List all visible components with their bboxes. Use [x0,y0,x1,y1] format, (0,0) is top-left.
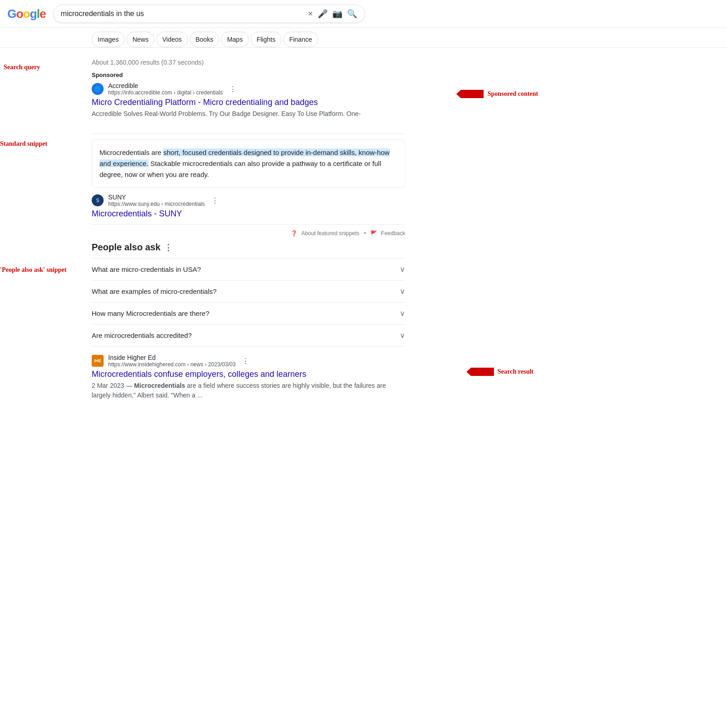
accredible-site-info: Accredible https://info.accredible.com ›… [108,82,223,96]
tab-videos[interactable]: Videos [156,32,188,47]
search-result-annotation: Search result [498,368,534,375]
sponsored-content-annotation: Sponsored content [487,90,538,98]
search-icons: × 🎤 📷 🔍 [308,9,357,19]
tab-news[interactable]: News [127,32,154,47]
ihe-header: IHE Inside Higher Ed https://www.insideh… [92,354,405,368]
tab-maps[interactable]: Maps [221,32,248,47]
tab-images[interactable]: Images [92,32,125,47]
tab-finance[interactable]: Finance [283,32,318,47]
suny-site-url: https://www.suny.edu › microcredentials [108,201,205,207]
question-circle-icon: ❓ [291,230,297,237]
chevron-down-icon-2: ∨ [400,287,405,296]
ihe-options-icon[interactable]: ⋮ [242,357,249,365]
paa-item-4[interactable]: Are microcredentials accredited? ∨ [92,324,405,346]
sponsored-label: Sponsored [92,72,405,78]
people-also-ask-section: People also ask ⋮ What are micro-credent… [92,242,405,347]
paa-header: People also ask ⋮ [92,242,405,253]
search-input[interactable] [61,10,304,18]
feedback-icon: 🚩 [370,230,377,237]
about-snippets-row: ❓ About featured snippets • 🚩 Feedback [92,230,405,237]
featured-snippet-before: Microcredentials are [99,149,163,156]
divider-2 [92,224,405,225]
ihe-site-name: Inside Higher Ed [108,354,236,361]
paa-options-icon[interactable]: ⋮ [164,243,172,253]
paa-item-3[interactable]: How many Microcredentials are there? ∨ [92,302,405,324]
ihe-site-url: https://www.insidehighered.com › news › … [108,361,236,368]
paa-bottom-border [92,346,405,347]
accredible-favicon: 🌐 [92,83,104,95]
featured-snippet-block: Microcredentials are short, focused cred… [92,139,405,188]
tab-books[interactable]: Books [190,32,220,47]
google-logo: Google [7,7,46,21]
standard-snippet-annotation: Standard snippet [0,140,47,148]
ihe-snippet: 2 Mar 2023 — Microcredentials are a fiel… [92,381,405,400]
header: Google × 🎤 📷 🔍 [0,0,727,28]
search-icon[interactable]: 🔍 [347,9,357,19]
chevron-down-icon-3: ∨ [400,309,405,318]
ihe-site-info: Inside Higher Ed https://www.insidehighe… [108,354,236,368]
results-count: About 1,360,000 results (0.37 seconds) [92,55,405,72]
voice-search-icon[interactable]: 🎤 [318,9,328,19]
search-result-ihe: IHE Inside Higher Ed https://www.insideh… [92,354,405,408]
suny-site-info: SUNY https://www.suny.edu › microcredent… [108,193,205,207]
paa-question-3: How many Microcredentials are there? [92,309,209,317]
paa-heading: People also ask [92,242,160,253]
lens-icon[interactable]: 📷 [332,9,342,19]
feedback-link[interactable]: Feedback [381,230,405,237]
paa-item-1[interactable]: What are micro-credentials in USA? ∨ [92,258,405,280]
ihe-title-link[interactable]: Microcredentials confuse employers, coll… [92,370,405,379]
suny-favicon: S [92,194,104,206]
paa-question-4: Are microcredentials accredited? [92,331,192,339]
accredible-site-url: https://info.accredible.com › digital › … [108,89,223,96]
people-also-ask-annotation: 'People also ask' snippet [0,266,73,274]
search-result-annotation-group: Search result [467,368,534,376]
separator: • [364,230,366,237]
search-results: About 1,360,000 results (0.37 seconds) S… [92,55,413,415]
sponsored-block: Sponsored 🌐 Accredible https://info.accr… [92,72,405,126]
suny-options-icon[interactable]: ⋮ [211,196,219,205]
ihe-date: 2 Mar 2023 [92,382,124,389]
accredible-site-name: Accredible [108,82,223,89]
chevron-down-icon-4: ∨ [400,331,405,340]
chevron-down-icon-1: ∨ [400,265,405,274]
nav-tabs: Images News Videos Books Maps Flights Fi… [0,28,727,48]
sponsored-snippet: Accredible Solves Real-World Problems. T… [92,109,405,119]
featured-snippet-text: Microcredentials are short, focused cred… [99,147,397,180]
tab-flights[interactable]: Flights [251,32,281,47]
ihe-snippet-bold: Microcredentials [134,382,185,389]
sponsored-arrow-icon [456,90,484,98]
ihe-favicon: IHE [92,355,104,367]
suny-site-name: SUNY [108,193,205,201]
clear-button[interactable]: × [308,9,313,19]
suny-header: S SUNY https://www.suny.edu › microcrede… [92,193,405,207]
search-bar: × 🎤 📷 🔍 [53,5,365,23]
search-query-annotation: Search query [4,63,40,72]
divider-1 [92,133,405,134]
sponsored-title-link[interactable]: Micro Credentialing Platform - Micro cre… [92,98,405,107]
sponsored-options-icon[interactable]: ⋮ [229,85,237,94]
paa-item-2[interactable]: What are examples of micro-credentials? … [92,280,405,302]
sponsored-header: 🌐 Accredible https://info.accredible.com… [92,82,405,96]
main-content: Search query Standard snippet 'People al… [0,48,727,422]
paa-question-2: What are examples of micro-credentials? [92,287,217,295]
annotations-left: Search query Standard snippet 'People al… [0,55,92,415]
search-result-arrow-icon [467,368,494,376]
about-snippets-link[interactable]: About featured snippets [301,230,359,237]
suny-title-link[interactable]: Microcredentials - SUNY [92,209,405,219]
paa-question-1: What are micro-credentials in USA? [92,265,201,273]
sponsored-content-annotation-group: Sponsored content [456,90,538,98]
